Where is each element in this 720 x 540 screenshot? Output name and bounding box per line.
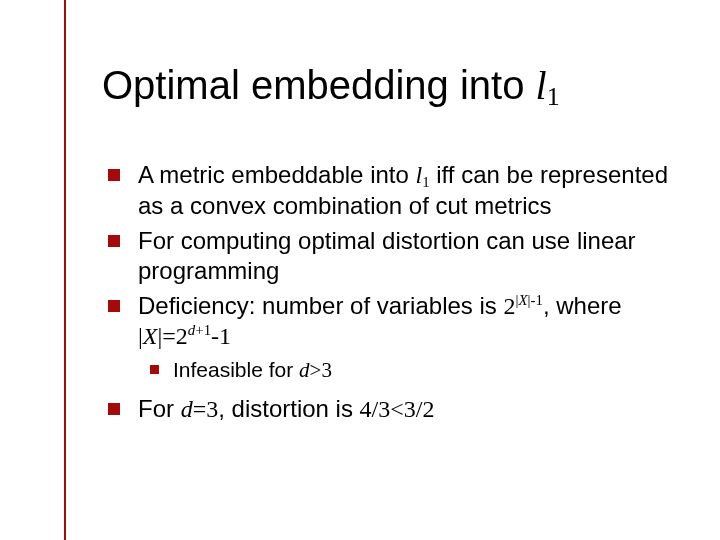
sb1-d: d xyxy=(299,358,310,382)
b4-d: d xyxy=(181,396,193,422)
b3-two: 2 xyxy=(503,293,515,319)
sub-bullet-1-text: Infeasible for d>3 xyxy=(173,357,332,384)
b1-sub: 1 xyxy=(422,174,429,190)
b3-tail: -1 xyxy=(211,323,231,349)
b3-eX: X xyxy=(518,292,527,308)
bullet-3-text: Deficiency: number of variables is 2|X|-… xyxy=(138,291,668,352)
b4-dist: , distortion is xyxy=(218,395,359,422)
b3-e2: |-1 xyxy=(528,292,543,308)
slide-title: Optimal embedding into l1 xyxy=(102,62,560,112)
b1-p0: A metric embeddable into xyxy=(138,161,416,188)
bullet-4: For d=3, distortion is 4/3<3/2 xyxy=(108,394,668,424)
b4-for: For xyxy=(138,395,181,422)
bullet-icon xyxy=(108,300,120,312)
b3-a: Deficiency: number of variables is xyxy=(138,292,503,319)
sb1-pref: Infeasible for xyxy=(173,358,299,381)
bullet-2: For computing optimal distortion can use… xyxy=(108,226,668,285)
b3-abs2: |=2 xyxy=(157,323,187,349)
sub-bullet-1: Infeasible for d>3 xyxy=(150,357,668,384)
bullet-1-text: A metric embeddable into l1 iff can be r… xyxy=(138,160,668,220)
b3-mid: , where xyxy=(543,292,622,319)
bullet-icon xyxy=(108,403,120,415)
accent-line xyxy=(64,0,66,540)
bullet-1: A metric embeddable into l1 iff can be r… xyxy=(108,160,668,220)
b4-frac: 4/3<3/2 xyxy=(360,396,435,422)
bullet-icon xyxy=(150,365,159,374)
b3-p1: +1 xyxy=(195,322,211,338)
bullet-icon xyxy=(108,235,120,247)
b4-eq3: =3 xyxy=(193,396,219,422)
title-sub: 1 xyxy=(547,82,560,111)
bullet-4-text: For d=3, distortion is 4/3<3/2 xyxy=(138,394,668,424)
b3-X: X xyxy=(143,323,158,349)
title-prefix: Optimal embedding into xyxy=(102,63,536,107)
bullet-icon xyxy=(108,169,120,181)
slide-body: A metric embeddable into l1 iff can be r… xyxy=(108,160,668,430)
title-l: l xyxy=(536,63,547,108)
bullet-3: Deficiency: number of variables is 2|X|-… xyxy=(108,291,668,352)
bullet-2-text: For computing optimal distortion can use… xyxy=(138,226,668,285)
sb1-gt3: >3 xyxy=(310,358,332,382)
